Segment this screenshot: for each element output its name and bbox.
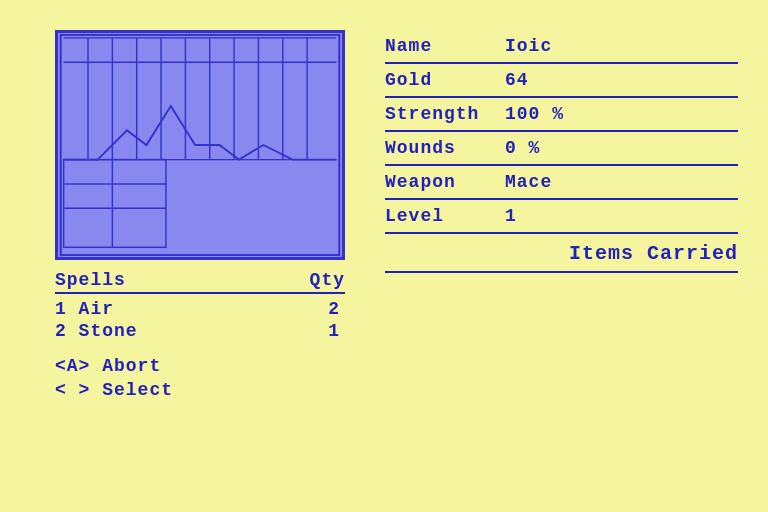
map-svg: [58, 33, 342, 257]
weapon-label: Weapon: [385, 172, 505, 192]
map-area: [55, 30, 345, 260]
action-abort[interactable]: <A> Abort: [55, 354, 345, 378]
name-label: Name: [385, 36, 505, 56]
spell-qty-1: 2: [328, 299, 345, 319]
svg-rect-15: [64, 160, 166, 248]
wounds-label: Wounds: [385, 138, 505, 158]
stat-row-wounds: Wounds 0 %: [385, 132, 738, 166]
stat-row-level: Level 1: [385, 200, 738, 234]
strength-value: 100 %: [505, 104, 738, 124]
stat-row-gold: Gold 64: [385, 64, 738, 98]
stat-row-weapon: Weapon Mace: [385, 166, 738, 200]
gold-value: 64: [505, 70, 738, 90]
spells-title: Spells: [55, 270, 126, 290]
action-list: <A> Abort < > Select: [55, 354, 345, 402]
spell-list: 1 Air 2 2 Stone 1: [55, 298, 345, 342]
select-key: < >: [55, 380, 102, 400]
weapon-value: Mace: [505, 172, 738, 192]
left-panel: Spells Qty 1 Air 2 2 Stone 1 <A> Abort <…: [55, 30, 365, 482]
gold-label: Gold: [385, 70, 505, 90]
spell-row-1: 1 Air 2: [55, 298, 345, 320]
wounds-value: 0 %: [505, 138, 738, 158]
abort-key: <A>: [55, 356, 102, 376]
spell-qty-2: 1: [328, 321, 345, 341]
spells-header: Spells Qty: [55, 264, 345, 294]
abort-label: Abort: [102, 356, 161, 376]
qty-title: Qty: [310, 270, 345, 290]
items-carried-label: Items Carried: [569, 242, 738, 265]
spell-name-1: 1 Air: [55, 299, 114, 319]
spell-row-2: 2 Stone 1: [55, 320, 345, 342]
stat-row-strength: Strength 100 %: [385, 98, 738, 132]
stat-row-name: Name Ioic: [385, 30, 738, 64]
strength-label: Strength: [385, 104, 505, 124]
items-carried-row: Items Carried: [385, 234, 738, 273]
select-label: Select: [102, 380, 173, 400]
action-select[interactable]: < > Select: [55, 378, 345, 402]
name-value: Ioic: [505, 36, 738, 56]
spell-name-2: 2 Stone: [55, 321, 138, 341]
level-label: Level: [385, 206, 505, 226]
right-panel: Name Ioic Gold 64 Strength 100 % Wounds …: [385, 30, 738, 482]
main-container: Spells Qty 1 Air 2 2 Stone 1 <A> Abort <…: [0, 0, 768, 512]
level-value: 1: [505, 206, 738, 226]
